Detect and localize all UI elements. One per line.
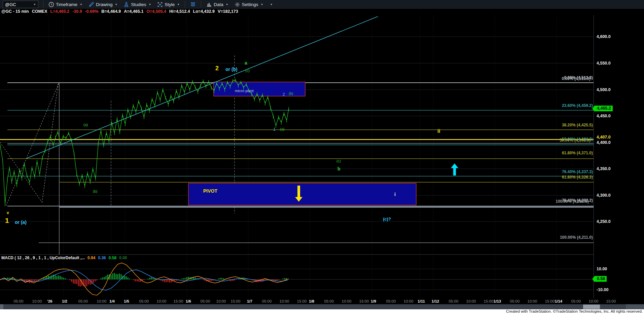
quote-field: A=4,465.1 bbox=[124, 9, 143, 14]
scrollbar-left-piece[interactable] bbox=[0, 304, 3, 309]
axis-date-label: 1/13 bbox=[494, 299, 501, 303]
wave-label: 1 bbox=[5, 217, 9, 224]
axis-time-label: 15:00 bbox=[231, 299, 241, 303]
chevron-down-icon: ▼ bbox=[226, 3, 228, 6]
last-price-tag: 0.58 bbox=[595, 276, 607, 282]
wave-label: (a) bbox=[280, 127, 284, 131]
wave-label: (b) bbox=[93, 190, 97, 193]
layers-button[interactable] bbox=[187, 0, 199, 9]
wave-label: 1 bbox=[273, 127, 276, 131]
axis-time-label: 10:00 bbox=[466, 299, 476, 303]
symbol-value: @GC bbox=[5, 2, 16, 7]
quote-field: @GC - 15 min bbox=[1, 9, 29, 14]
axis-price-label: -10.00 bbox=[597, 287, 608, 292]
stacked-panels-icon bbox=[190, 2, 196, 7]
fib-label: 61.80% (4,326.3) bbox=[562, 175, 593, 179]
axis-date-label: 1/12 bbox=[432, 299, 439, 303]
fib-label: 50.00% (4,398.6) bbox=[560, 138, 591, 142]
menu-drawing[interactable]: Drawing▼ bbox=[85, 0, 120, 9]
horizontal-scrollbar[interactable] bbox=[0, 304, 644, 309]
axis-time-label: 05:00 bbox=[324, 299, 334, 303]
menu-data[interactable]: Data▼ bbox=[203, 0, 231, 9]
axis-price-label: 4,450.0 bbox=[597, 114, 611, 118]
copyright-text: Created with TradeStation. ©TradeStation… bbox=[506, 309, 643, 313]
wave-label: (a) bbox=[83, 123, 88, 127]
scrollbar-thumb[interactable] bbox=[583, 305, 600, 309]
axis-price-label: 4,550.0 bbox=[597, 61, 611, 66]
flask-icon bbox=[123, 2, 129, 7]
toolbar-divider bbox=[43, 1, 43, 8]
dashed-trendline bbox=[6, 83, 59, 206]
menu-studies[interactable]: Studies▼ bbox=[120, 0, 154, 9]
wave-label: ii bbox=[437, 128, 440, 133]
more-menu-button[interactable]: ▼ bbox=[266, 0, 276, 9]
axis-time-label: 15:00 bbox=[174, 299, 183, 303]
axis-time-label: 15:00 bbox=[359, 299, 369, 303]
wave-label: (c) bbox=[336, 159, 341, 163]
axis-price-label: 4,500.0 bbox=[597, 87, 611, 92]
axis-date-label: 1/14 bbox=[555, 299, 562, 303]
axis-time-label: 10:00 bbox=[342, 299, 352, 303]
wave-label: a bbox=[245, 61, 247, 65]
chevron-down-icon[interactable]: ▼ bbox=[33, 3, 36, 6]
quote-field: COMEX bbox=[32, 9, 47, 14]
axis-price-label: 10.00 bbox=[597, 267, 607, 271]
symbol-input[interactable]: @GC ▼ bbox=[3, 1, 38, 8]
toolbar-divider bbox=[201, 1, 201, 8]
menu-label: Data bbox=[214, 2, 223, 7]
time-axis[interactable]: 05:0010:00'261/205:0010:001/41/505:0010:… bbox=[0, 299, 644, 304]
scrollbar-right-piece[interactable] bbox=[626, 304, 644, 309]
cyan-trendline bbox=[27, 16, 378, 158]
toolbar-divider bbox=[185, 1, 185, 8]
menu-settings[interactable]: Settings▼ bbox=[231, 0, 266, 9]
dashed-trendline bbox=[0, 142, 42, 202]
style-icon bbox=[157, 2, 163, 7]
quote-field: V=182,173 bbox=[218, 9, 238, 14]
axis-date-label: 1/11 bbox=[418, 299, 425, 303]
wave-label: 2 bbox=[215, 65, 219, 71]
pivot-box bbox=[188, 183, 416, 205]
axis-time-label: 05:00 bbox=[139, 299, 149, 303]
axis-time-label: 05:00 bbox=[449, 299, 459, 303]
up-arrow-icon bbox=[451, 163, 458, 175]
macd-header[interactable]: MACD ( 12 , 26 , 9 , 1 , 1 , UpColorDefa… bbox=[1, 256, 127, 260]
menu-timeframe[interactable]: Timeframe▼ bbox=[45, 0, 85, 9]
chart-canvas[interactable] bbox=[0, 0, 644, 314]
axis-price-label: 4,300.0 bbox=[597, 193, 611, 198]
fib-label: 61.80% (4,371.0) bbox=[562, 151, 593, 155]
menu-label: Drawing bbox=[96, 2, 113, 7]
macd-param: 0.94 bbox=[87, 256, 95, 260]
macd-param: 0.36 bbox=[98, 256, 106, 260]
quote-line: @GC - 15 minCOMEXL=4,465.2-30.9-0.69%B=4… bbox=[1, 9, 238, 14]
chevron-down-icon: ▼ bbox=[261, 3, 263, 6]
axis-time-label: 15:00 bbox=[484, 299, 494, 303]
menu-label: Studies bbox=[131, 2, 146, 7]
axis-date-label: 1/5 bbox=[124, 299, 129, 303]
axis-time-label: 05:00 bbox=[262, 299, 272, 303]
wave-label: v bbox=[7, 211, 9, 215]
axis-time-label: 05:00 bbox=[571, 299, 581, 303]
chevron-down-icon: ▼ bbox=[80, 3, 82, 6]
chevron-down-icon: ▼ bbox=[115, 3, 117, 6]
axis-date-label: 1/9 bbox=[371, 299, 376, 303]
axis-time-label: 05:00 bbox=[78, 299, 88, 303]
quote-field: -0.69% bbox=[85, 9, 99, 14]
axis-time-label: 15:00 bbox=[606, 299, 616, 303]
axis-time-label: 10:00 bbox=[589, 299, 599, 303]
wave-label: or (b) bbox=[225, 67, 238, 72]
clock-icon bbox=[48, 2, 54, 7]
fib-label: 38.20% (4,425.5) bbox=[562, 123, 593, 127]
axis-time-label: 05:00 bbox=[201, 299, 210, 303]
fib-label: 100.00% (4,282.8) bbox=[556, 199, 589, 203]
menu-style[interactable]: Style▼ bbox=[154, 0, 183, 9]
axis-time-label: 05:00 bbox=[386, 299, 396, 303]
menu-label: Timeframe bbox=[56, 2, 77, 7]
axis-time-label: 05:00 bbox=[510, 299, 520, 303]
axis-date-label: 1/7 bbox=[247, 299, 252, 303]
axis-time-label: 10:00 bbox=[528, 299, 537, 303]
fib-label: 100.00% (4,211.0) bbox=[560, 235, 593, 239]
price-axis[interactable]: 4,600.04,550.04,500.04,450.04,400.04,350… bbox=[594, 15, 644, 299]
axis-date-label: 1/4 bbox=[109, 299, 115, 303]
axis-time-label: 10:00 bbox=[216, 299, 226, 303]
chevron-down-icon: ▼ bbox=[270, 3, 273, 6]
